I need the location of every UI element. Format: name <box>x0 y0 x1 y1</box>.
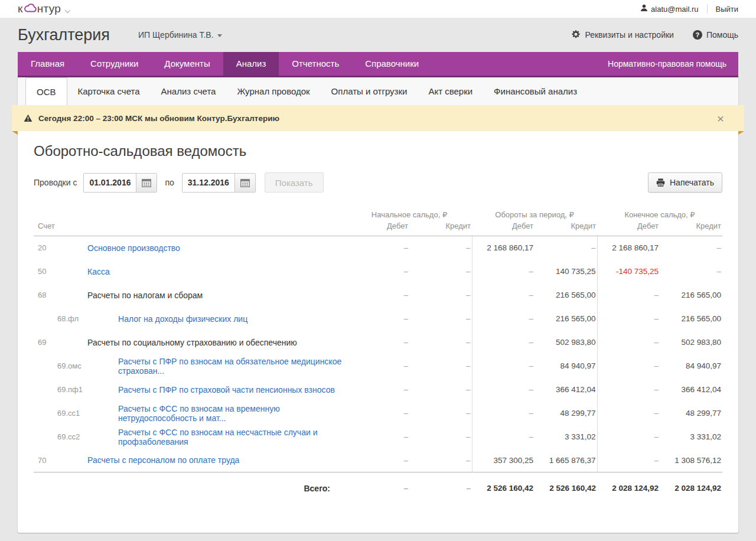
cell-value: 502 983,80 <box>535 331 597 354</box>
cell-value: – <box>597 283 660 307</box>
column-group-period-turnover: Обороты за период, ₽ <box>472 210 597 221</box>
table-row: 68.флНалог на доходы физических лиц–––21… <box>34 307 722 331</box>
cell-value: – <box>472 283 535 307</box>
tab-report[interactable]: Оплаты и отгрузки <box>321 77 418 105</box>
chevron-down-icon[interactable] <box>64 4 71 17</box>
print-button[interactable]: Напечатать <box>648 172 722 193</box>
nav-item-link[interactable]: Справочники <box>352 52 432 76</box>
app-title: Бухгалтерия <box>18 26 110 44</box>
nav-item-legal-help[interactable]: Нормативно-правовая помощь <box>596 52 738 76</box>
account-code: 68.фл <box>34 307 83 331</box>
cell-value: 48 299,77 <box>660 402 722 425</box>
cell-value: – <box>660 236 722 260</box>
cell-value: – <box>347 307 409 331</box>
column-header-credit: Кредит <box>535 221 597 236</box>
calendar-to-button[interactable] <box>234 174 255 192</box>
show-button[interactable]: Показать <box>265 172 324 193</box>
user-account-link[interactable]: alatu@mail.ru <box>640 4 698 14</box>
account-label: Расчеты по налогам и сборам <box>87 291 203 300</box>
account-link[interactable]: Расчеты с ФСС по взносам на временную не… <box>118 404 280 423</box>
tab-report[interactable]: Финансовый анализ <box>483 77 588 105</box>
account-code: 69.омс <box>34 354 83 378</box>
date-to-label: по <box>165 178 174 187</box>
column-header-account: Счет <box>34 221 347 236</box>
calendar-from-button[interactable] <box>136 174 157 192</box>
dropdown-arrow-icon <box>217 34 222 37</box>
tab-report[interactable]: Акт сверки <box>418 77 483 105</box>
total-value: 2 028 124,92 <box>660 472 722 504</box>
cell-value: – <box>347 236 409 260</box>
kontur-logo[interactable]: к нтур <box>18 2 71 17</box>
tab-report[interactable]: Журнал проводок <box>226 77 320 105</box>
nav-item-link[interactable]: Отчетность <box>279 52 352 76</box>
nav-item-link[interactable]: Главная <box>18 52 77 76</box>
date-to-input[interactable] <box>183 174 234 192</box>
cell-value: – <box>472 354 535 378</box>
balance-sheet-table: Начальное сальдо, ₽ Обороты за период, ₽… <box>34 210 722 504</box>
topbar: к нтур alatu@mail.ru Выйти <box>0 0 756 18</box>
content-card: ОСВКарточка счетаАнализ счетаЖурнал пров… <box>18 77 738 533</box>
help-button[interactable]: ? Помощь <box>693 30 738 40</box>
cell-value: – <box>347 449 409 472</box>
account-name: Расчеты по налогам и сборам <box>83 283 347 307</box>
total-value: 2 526 160,42 <box>472 472 535 504</box>
account-name: Налог на доходы физических лиц <box>83 307 347 331</box>
main-nav: ГлавнаяСотрудникиДокументыАнализОтчетнос… <box>18 52 738 77</box>
cell-value: – <box>472 378 535 402</box>
warning-icon <box>24 114 32 122</box>
account-code: 69 <box>34 331 83 354</box>
column-header-debit: Дебет <box>472 221 535 236</box>
cell-value: 366 412,04 <box>660 378 722 402</box>
table-row: 69Расчеты по социальному страхованию и о… <box>34 331 722 354</box>
account-name: Расчеты по социальному страхованию и обе… <box>83 331 347 354</box>
cell-value: – <box>597 425 660 449</box>
cell-value: 357 300,25 <box>472 449 535 472</box>
help-icon: ? <box>693 30 702 40</box>
cell-value: 216 565,00 <box>660 307 722 331</box>
tab-report[interactable]: Карточка счета <box>67 77 151 105</box>
tab-active[interactable]: ОСВ <box>25 77 67 105</box>
account-link[interactable]: Расчеты с ПФР по взносам на обязательное… <box>118 357 341 376</box>
account-name: Касса <box>83 260 347 283</box>
cell-value: 3 331,02 <box>535 425 597 449</box>
cell-value: – <box>409 260 472 283</box>
cell-value: – <box>409 283 472 307</box>
account-link[interactable]: Расчеты с ПФР по страховой части пенсион… <box>118 385 335 395</box>
account-link[interactable]: Касса <box>87 267 110 276</box>
account-name: Расчеты с ФСС по взносам на временную не… <box>83 402 347 425</box>
account-name: Основное производство <box>83 236 347 260</box>
cell-value: 1 665 876,37 <box>535 449 597 472</box>
cell-value: – <box>660 260 722 283</box>
cell-value: – <box>597 331 660 354</box>
table-row: 69.омсРасчеты с ПФР по взносам на обязат… <box>34 354 722 378</box>
account-link[interactable]: Основное производство <box>87 243 180 253</box>
nav-item-active[interactable]: Анализ <box>223 52 279 76</box>
account-code: 68 <box>34 283 83 307</box>
account-link[interactable]: Налог на доходы физических лиц <box>118 314 247 324</box>
date-to-group <box>182 173 256 193</box>
account-name: Расчеты с ПФР по взносам на обязательное… <box>83 354 347 378</box>
cell-value: – <box>597 378 660 402</box>
nav-item-link[interactable]: Документы <box>151 52 223 76</box>
cell-value: – <box>409 425 472 449</box>
account-link[interactable]: Расчеты с ФСС по взносам на несчастные с… <box>118 428 317 447</box>
organization-selector[interactable]: ИП Щербинина Т.В. <box>138 30 222 40</box>
cell-value: 84 940,97 <box>660 354 722 378</box>
account-code: 69.сс2 <box>34 425 83 449</box>
account-code: 69.пф1 <box>34 378 83 402</box>
account-code: 20 <box>34 236 83 260</box>
cell-value: 216 565,00 <box>660 283 722 307</box>
cell-value: – <box>347 378 409 402</box>
account-link[interactable]: Расчеты с персоналом по оплате труда <box>87 455 239 465</box>
logout-link[interactable]: Выйти <box>716 5 739 14</box>
close-icon[interactable]: × <box>717 112 732 125</box>
cell-value: – <box>597 354 660 378</box>
tab-report[interactable]: Анализ счета <box>151 77 227 105</box>
cloud-logo-icon <box>24 3 37 16</box>
settings-button[interactable]: Реквизиты и настройки <box>571 30 673 41</box>
cell-value: – <box>409 402 472 425</box>
cell-value: – <box>409 236 472 260</box>
page-title: Оборотно-сальдовая ведомость <box>34 143 722 159</box>
date-from-input[interactable] <box>84 174 136 192</box>
nav-item-link[interactable]: Сотрудники <box>77 52 151 76</box>
